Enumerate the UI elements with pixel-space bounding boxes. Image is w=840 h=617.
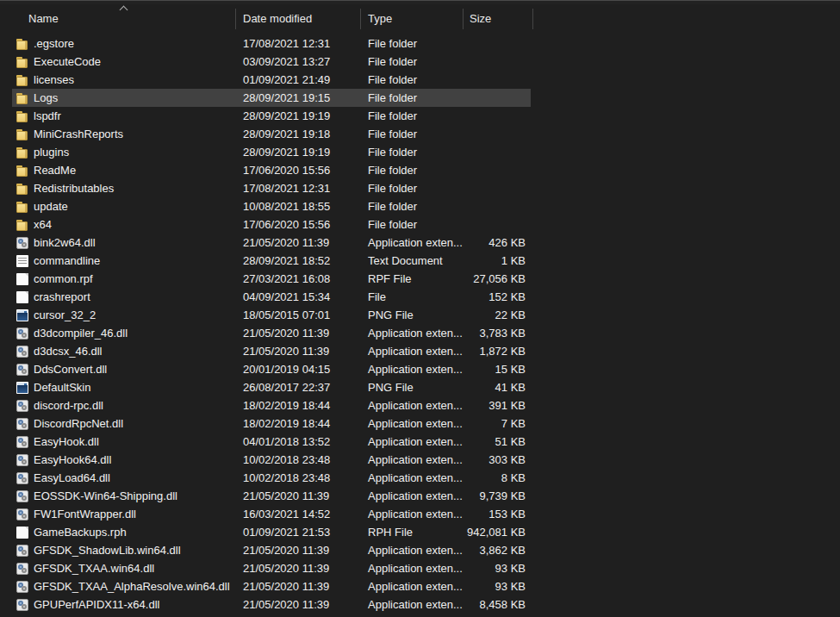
name-cell: Logs bbox=[12, 91, 235, 104]
file-name: Redistributables bbox=[34, 182, 114, 195]
file-row[interactable]: EOSSDK-Win64-Shipping.dll 21/05/2020 11:… bbox=[12, 487, 531, 505]
file-row[interactable]: DdsConvert.dll 20/01/2019 04:15 Applicat… bbox=[12, 360, 531, 378]
image-icon bbox=[16, 382, 28, 394]
type-cell: Application exten... bbox=[360, 580, 463, 593]
name-cell: GFSDK_TXAA.win64.dll bbox=[12, 562, 235, 575]
type-cell: PNG File bbox=[360, 381, 463, 394]
name-cell: x64 bbox=[12, 218, 235, 231]
file-row[interactable]: GFSDK_TXAA_AlphaResolve.win64.dll 21/05/… bbox=[12, 577, 531, 595]
file-row[interactable]: d3dcsx_46.dll 21/05/2020 11:39 Applicati… bbox=[12, 342, 531, 360]
date-modified-cell: 21/05/2020 11:39 bbox=[235, 236, 360, 249]
file-row[interactable]: GPUPerfAPIDX11-x64.dll 21/05/2020 11:39 … bbox=[12, 595, 531, 614]
file-explorer-window: { "colors": { "background": "#1f1f1f", "… bbox=[0, 0, 840, 617]
size-cell: 93 KB bbox=[463, 562, 531, 575]
type-cell: RPF File bbox=[360, 272, 463, 285]
column-header-name[interactable]: Name bbox=[28, 10, 59, 28]
name-cell: plugins bbox=[12, 146, 235, 159]
date-modified-cell: 17/06/2020 15:56 bbox=[235, 218, 360, 231]
date-modified-cell: 04/09/2021 15:34 bbox=[235, 290, 360, 303]
date-modified-cell: 21/05/2020 11:39 bbox=[235, 544, 360, 557]
file-row[interactable]: DiscordRpcNet.dll 18/02/2019 18:44 Appli… bbox=[12, 414, 531, 433]
date-modified-cell: 18/02/2019 18:44 bbox=[235, 417, 360, 430]
size-cell: 153 KB bbox=[463, 508, 531, 520]
dll-icon bbox=[16, 508, 28, 520]
type-cell: Application exten... bbox=[360, 327, 463, 340]
folder-row[interactable]: plugins 28/09/2021 19:19 File folder bbox=[12, 143, 531, 161]
file-row[interactable]: bink2w64.dll 21/05/2020 11:39 Applicatio… bbox=[12, 234, 531, 252]
file-name: EasyHook64.dll bbox=[34, 453, 111, 466]
file-row[interactable]: FW1FontWrapper.dll 16/03/2021 14:52 Appl… bbox=[12, 505, 531, 523]
column-divider[interactable] bbox=[235, 9, 236, 29]
folder-row[interactable]: lspdfr 28/09/2021 19:19 File folder bbox=[12, 107, 531, 125]
name-cell: d3dcompiler_46.dll bbox=[12, 327, 235, 340]
size-cell: 8,458 KB bbox=[463, 598, 531, 611]
folder-row[interactable]: .egstore 17/08/2021 12:31 File folder bbox=[12, 34, 531, 53]
folder-row[interactable]: ReadMe 17/06/2020 15:56 File folder bbox=[12, 161, 531, 179]
folder-row[interactable]: licenses 01/09/2021 21:49 File folder bbox=[12, 71, 531, 89]
file-name: x64 bbox=[34, 218, 52, 231]
folder-row[interactable]: Redistributables 17/08/2021 12:31 File f… bbox=[12, 179, 531, 197]
dll-icon bbox=[16, 545, 28, 557]
date-modified-cell: 28/09/2021 19:15 bbox=[235, 91, 360, 104]
dll-icon bbox=[16, 418, 28, 430]
date-modified-cell: 21/05/2020 11:39 bbox=[235, 598, 360, 611]
file-name: GFSDK_TXAA.win64.dll bbox=[34, 562, 154, 575]
type-cell: File folder bbox=[360, 128, 463, 140]
file-name: GFSDK_ShadowLib.win64.dll bbox=[34, 544, 181, 557]
column-header-type[interactable]: Type bbox=[368, 10, 392, 28]
date-modified-cell: 28/09/2021 19:19 bbox=[235, 109, 360, 122]
folder-row[interactable]: x64 17/06/2020 15:56 File folder bbox=[12, 215, 531, 234]
file-name: GFSDK_TXAA_AlphaResolve.win64.dll bbox=[34, 580, 230, 593]
file-name: DdsConvert.dll bbox=[34, 363, 107, 376]
type-cell: Application exten... bbox=[360, 453, 463, 466]
file-row[interactable]: GFSDK_ShadowLib.win64.dll 21/05/2020 11:… bbox=[12, 541, 531, 559]
date-modified-cell: 18/05/2015 07:01 bbox=[235, 308, 360, 321]
file-row[interactable]: GFSDK_TXAA.win64.dll 21/05/2020 11:39 Ap… bbox=[12, 559, 531, 577]
file-row[interactable] bbox=[12, 614, 531, 617]
name-cell: GFSDK_TXAA_AlphaResolve.win64.dll bbox=[12, 580, 235, 593]
file-name: FW1FontWrapper.dll bbox=[34, 508, 136, 520]
date-modified-cell: 01/09/2021 21:53 bbox=[235, 526, 360, 539]
file-row[interactable]: EasyLoad64.dll 10/02/2018 23:48 Applicat… bbox=[12, 469, 531, 487]
column-header-size[interactable]: Size bbox=[470, 10, 491, 28]
file-name: ExecuteCode bbox=[34, 55, 101, 68]
column-divider[interactable] bbox=[532, 9, 533, 29]
file-name: DefaultSkin bbox=[34, 381, 90, 394]
file-row[interactable]: d3dcompiler_46.dll 21/05/2020 11:39 Appl… bbox=[12, 324, 531, 342]
folder-icon bbox=[16, 219, 28, 231]
folder-row[interactable]: Logs 28/09/2021 19:15 File folder bbox=[12, 89, 531, 107]
file-row[interactable]: GameBackups.rph 01/09/2021 21:53 RPH Fil… bbox=[12, 523, 531, 541]
size-cell: 41 KB bbox=[463, 381, 531, 394]
file-row[interactable]: discord-rpc.dll 18/02/2019 18:44 Applica… bbox=[12, 396, 531, 414]
file-name: EasyHook.dll bbox=[34, 435, 99, 448]
name-cell: EasyHook64.dll bbox=[12, 453, 235, 466]
file-row[interactable]: EasyHook.dll 04/01/2018 13:52 Applicatio… bbox=[12, 433, 531, 451]
type-cell: File folder bbox=[360, 37, 463, 50]
date-modified-cell: 27/03/2021 16:08 bbox=[235, 272, 360, 285]
image-icon bbox=[16, 309, 28, 321]
file-name: MiniCrashReports bbox=[34, 128, 123, 140]
folder-row[interactable]: ExecuteCode 03/09/2021 13:27 File folder bbox=[12, 53, 531, 71]
folder-row[interactable]: update 10/08/2021 18:55 File folder bbox=[12, 197, 531, 215]
file-row[interactable]: cursor_32_2 18/05/2015 07:01 PNG File 22… bbox=[12, 306, 531, 324]
file-row[interactable]: crashreport 04/09/2021 15:34 File 152 KB bbox=[12, 288, 531, 306]
file-icon bbox=[16, 291, 28, 303]
type-cell: File folder bbox=[360, 73, 463, 86]
folder-icon bbox=[16, 128, 28, 140]
file-row[interactable]: commandline 28/09/2021 18:52 Text Docume… bbox=[12, 252, 531, 270]
date-modified-cell: 01/09/2021 21:49 bbox=[235, 73, 360, 86]
type-cell: File folder bbox=[360, 164, 463, 177]
folder-row[interactable]: MiniCrashReports 28/09/2021 19:18 File f… bbox=[12, 125, 531, 143]
dll-icon bbox=[16, 599, 28, 611]
dll-icon bbox=[16, 237, 28, 249]
file-row[interactable]: EasyHook64.dll 10/02/2018 23:48 Applicat… bbox=[12, 451, 531, 469]
file-row[interactable]: DefaultSkin 26/08/2017 22:37 PNG File 41… bbox=[12, 378, 531, 396]
name-cell: cursor_32_2 bbox=[12, 308, 235, 321]
file-name: bink2w64.dll bbox=[34, 236, 96, 249]
file-name: EOSSDK-Win64-Shipping.dll bbox=[34, 489, 177, 502]
column-divider[interactable] bbox=[360, 9, 361, 29]
column-divider[interactable] bbox=[463, 9, 464, 29]
file-row[interactable]: common.rpf 27/03/2021 16:08 RPF File 27,… bbox=[12, 270, 531, 288]
dll-icon bbox=[16, 327, 28, 340]
column-header-date-modified[interactable]: Date modified bbox=[243, 10, 312, 28]
